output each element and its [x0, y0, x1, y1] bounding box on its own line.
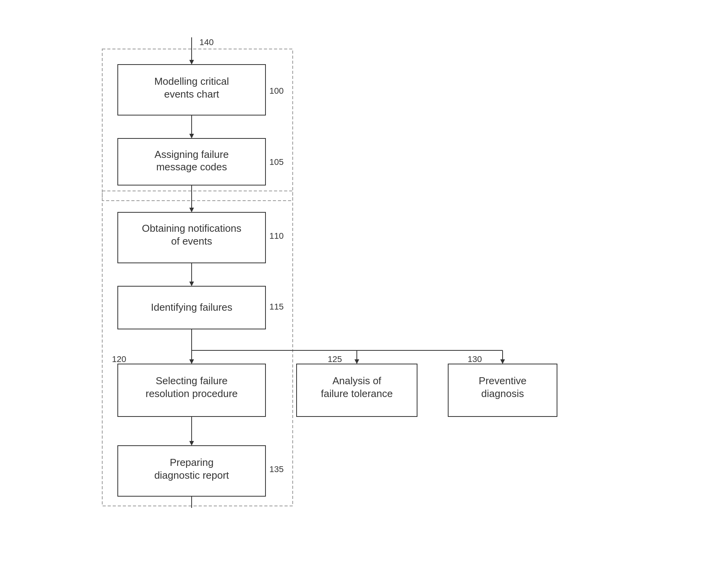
svg-marker-18: [189, 282, 194, 286]
svg-text:130: 130: [468, 354, 482, 364]
box-analysis: [297, 364, 417, 416]
svg-text:135: 135: [269, 464, 284, 474]
svg-text:105: 105: [269, 157, 284, 167]
box-modelling: [118, 65, 265, 115]
svg-marker-16: [189, 208, 194, 212]
box-preparing: [118, 446, 265, 496]
svg-marker-26: [500, 359, 505, 364]
svg-marker-22: [189, 359, 194, 364]
svg-marker-24: [354, 359, 359, 364]
svg-text:125: 125: [328, 354, 342, 364]
box-selecting: [118, 364, 265, 416]
svg-marker-11: [189, 60, 194, 65]
box-assigning: [118, 138, 265, 185]
svg-text:110: 110: [269, 231, 284, 241]
svg-text:140: 140: [199, 37, 214, 47]
box-identifying: [118, 286, 265, 329]
svg-marker-14: [189, 134, 194, 138]
diagram-container: 140 100 105 110: [79, 26, 623, 562]
box-preventive: [448, 364, 557, 416]
svg-text:120: 120: [112, 354, 126, 364]
svg-marker-28: [189, 441, 194, 446]
box-obtaining: [118, 212, 265, 263]
svg-text:115: 115: [269, 302, 284, 312]
svg-text:100: 100: [269, 86, 284, 96]
